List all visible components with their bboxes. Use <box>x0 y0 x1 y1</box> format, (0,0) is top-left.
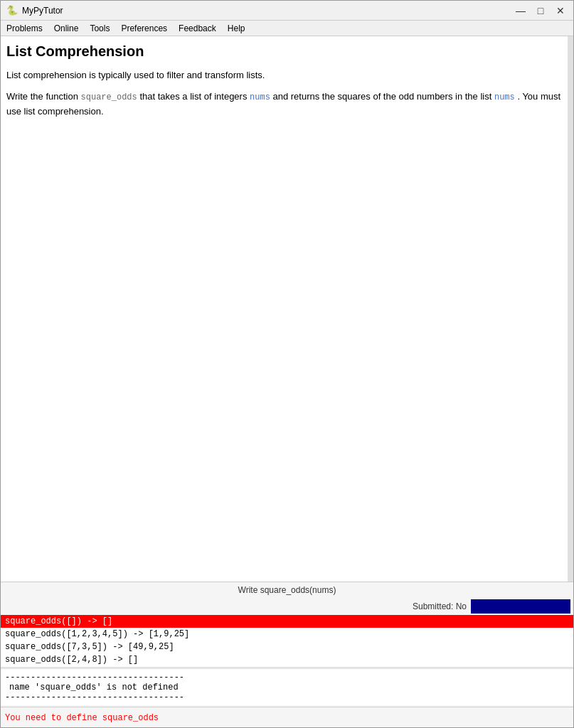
task-middle: that takes a list of integers <box>139 91 247 102</box>
window-controls: — □ ✕ <box>514 4 568 18</box>
close-button[interactable]: ✕ <box>553 4 568 18</box>
problem-area: List Comprehension List comprehension is… <box>1 36 573 582</box>
test-row-2: square_odds([7,3,5]) -> [49,9,25] <box>1 641 573 653</box>
scroll-indicator[interactable] <box>568 36 573 582</box>
submitted-label: Submitted: No <box>413 601 467 611</box>
dashes-1: ----------------------------------- <box>5 673 569 682</box>
divider-1 <box>1 668 573 668</box>
function-name-code: square_odds <box>81 92 137 102</box>
main-content: List Comprehension List comprehension is… <box>1 36 573 727</box>
test-header: Write square_odds(nums) <box>1 582 573 598</box>
app-title: MyPyTutor <box>22 6 63 16</box>
test-row-0-text: square_odds([]) -> [] <box>5 616 112 626</box>
menu-feedback[interactable]: Feedback <box>173 22 222 35</box>
test-row-2-text: square_odds([7,3,5]) -> [49,9,25] <box>5 642 174 652</box>
test-row-0: square_odds([]) -> [] <box>1 615 573 628</box>
menu-preferences[interactable]: Preferences <box>115 22 173 35</box>
error-section: ----------------------------------- name… <box>1 670 573 705</box>
title-bar: 🐍 MyPyTutor — □ ✕ <box>1 1 573 21</box>
submitted-bar: Submitted: No <box>1 598 573 615</box>
test-results: square_odds([]) -> [] square_odds([1,2,3… <box>1 615 573 666</box>
submitted-value-box <box>471 599 570 614</box>
app-icon: 🐍 <box>6 5 18 16</box>
problem-task: Write the function square_odds that take… <box>6 90 568 119</box>
test-row-1-text: square_odds([1,2,3,4,5]) -> [1,9,25] <box>5 629 189 639</box>
final-divider <box>1 707 573 707</box>
final-message: You need to define square_odds <box>1 709 573 727</box>
param-name-code: nums <box>250 92 270 102</box>
dashes-2: ----------------------------------- <box>5 692 569 702</box>
minimize-button[interactable]: — <box>514 4 528 18</box>
param-name2-code: nums <box>494 92 515 102</box>
task-prefix: Write the function <box>6 91 78 102</box>
title-bar-left: 🐍 MyPyTutor <box>6 5 63 16</box>
problem-title: List Comprehension <box>6 43 568 60</box>
maximize-button[interactable]: □ <box>533 4 548 18</box>
menu-tools[interactable]: Tools <box>84 22 115 35</box>
test-row-3-text: square_odds([2,4,8]) -> [] <box>5 655 138 665</box>
test-row-1: square_odds([1,2,3,4,5]) -> [1,9,25] <box>1 628 573 641</box>
menu-problems[interactable]: Problems <box>1 22 48 35</box>
menu-bar: Problems Online Tools Preferences Feedba… <box>1 21 573 36</box>
menu-online[interactable]: Online <box>48 22 85 35</box>
bottom-panel: Write square_odds(nums) Submitted: No sq… <box>1 582 573 727</box>
problem-description: List comprehension is typically used to … <box>6 68 568 82</box>
menu-help[interactable]: Help <box>222 22 251 35</box>
error-message: name 'square_odds' is not defined <box>5 682 569 692</box>
test-row-3: square_odds([2,4,8]) -> [] <box>1 653 573 666</box>
task-suffix: and returns the squares of the odd numbe… <box>272 91 491 102</box>
